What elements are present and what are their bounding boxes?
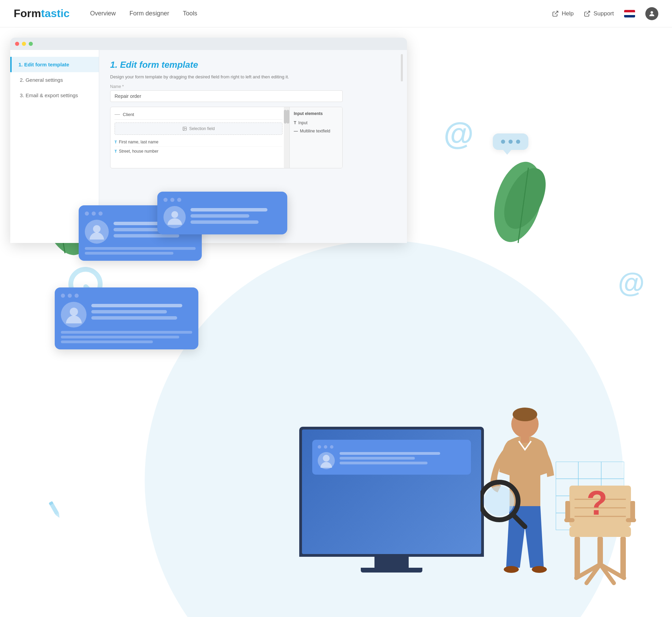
monitor-card-dots (318, 445, 465, 449)
external-link-icon (552, 10, 559, 17)
svg-point-11 (171, 211, 178, 218)
chat-dot-3 (516, 140, 520, 144)
help-button[interactable]: Help (552, 10, 574, 17)
chat-dots (501, 140, 520, 144)
card-3 (55, 287, 198, 349)
input-icon-2: — (294, 129, 298, 133)
c3-extra-3 (61, 340, 153, 343)
person-svg (480, 403, 556, 581)
c2-dot-1 (163, 198, 168, 202)
sidebar-item-email[interactable]: 3. Email & export settings (10, 88, 99, 103)
chat-bubble-tail (503, 150, 511, 155)
browser-max (29, 42, 33, 46)
nav-form-designer[interactable]: Form designer (130, 10, 169, 17)
sidebar-item-edit-form[interactable]: 1. Edit form template (10, 57, 99, 72)
monitor-card-inner (312, 440, 471, 475)
c3-dot-3 (75, 294, 79, 298)
c1-line-3 (114, 234, 179, 237)
field-label-2: Street, house number (119, 149, 158, 154)
card-2-dots (163, 198, 281, 202)
m-dot-1 (318, 445, 321, 449)
language-flag[interactable] (624, 10, 635, 17)
support-button[interactable]: Support (584, 10, 614, 17)
browser-min (22, 42, 26, 46)
m-line-2 (340, 457, 415, 460)
c1-extra-1 (85, 247, 196, 250)
card-3-content (61, 302, 192, 327)
svg-point-10 (93, 225, 101, 233)
c2-dot-2 (170, 198, 174, 202)
c3-dot-1 (61, 294, 65, 298)
m-line-1 (340, 452, 440, 455)
field-type-1: T (115, 140, 117, 144)
name-field-group: Name * Repair order (110, 84, 396, 102)
m-line-3 (340, 462, 428, 464)
support-label: Support (593, 10, 614, 17)
card-3-avatar-icon (64, 305, 84, 325)
svg-rect-25 (597, 537, 603, 564)
nav-tools[interactable]: Tools (183, 10, 197, 17)
svg-rect-32 (565, 501, 570, 522)
logo[interactable]: Formtastic (14, 7, 70, 20)
c1-dot-1 (85, 211, 89, 216)
c3-extra-1 (61, 331, 192, 334)
c2-dot-3 (177, 198, 181, 202)
input-item-2[interactable]: — Multiline textfield (294, 127, 338, 135)
c3-line-2 (91, 310, 167, 313)
card-1-avatar-icon (88, 222, 106, 241)
selection-field-icon (182, 126, 187, 131)
card-3-extra-lines (61, 331, 192, 343)
scrollbar-thumb[interactable] (284, 110, 287, 124)
m-dot-2 (324, 445, 327, 449)
m-dot-3 (330, 445, 333, 449)
logo-tastic: tastic (41, 7, 70, 20)
field-type-2: T (115, 149, 117, 153)
card-1-extra-lines (85, 247, 196, 255)
form-builder: — Client Selection field T (110, 107, 343, 168)
drop-zone[interactable]: Selection field (115, 123, 282, 135)
svg-point-0 (650, 11, 653, 13)
nav-overview[interactable]: Overview (90, 10, 116, 17)
svg-rect-24 (620, 537, 626, 578)
svg-point-12 (70, 308, 78, 316)
nav-right: Help Support (552, 7, 658, 20)
c2-line-3 (190, 220, 259, 224)
card-3-dots (61, 294, 192, 298)
chat-dot-1 (501, 140, 505, 144)
c1-extra-2 (85, 252, 173, 255)
c3-extra-2 (61, 336, 179, 338)
input-label-1: Input (298, 120, 307, 125)
name-input[interactable]: Repair order (110, 90, 343, 102)
field-row-2: T Street, house number (115, 147, 282, 156)
svg-point-16 (504, 566, 519, 573)
user-avatar[interactable] (645, 7, 658, 20)
card-2-content (163, 206, 281, 228)
monitor-avatar-icon (318, 452, 335, 469)
c2-line-1 (190, 208, 267, 211)
chair-svg: ? (556, 451, 645, 588)
scrollbar-track[interactable] (284, 107, 287, 168)
svg-point-8 (184, 128, 184, 128)
at-symbol-2: @ (618, 267, 645, 298)
c3-line-3 (91, 316, 177, 320)
monitor-stand (374, 557, 409, 568)
card-3-lines (91, 302, 192, 327)
card-2-avatar-icon (166, 208, 184, 226)
name-label: Name * (110, 84, 396, 89)
section-header: — Client (115, 111, 282, 120)
monitor-screen (299, 427, 484, 557)
main-scrollbar[interactable] (287, 107, 289, 168)
leaf-right (484, 147, 552, 251)
svg-rect-23 (575, 537, 580, 578)
person-illustration (480, 403, 556, 583)
drop-zone-label: Selection field (189, 126, 215, 131)
at-symbol-1: @ (444, 116, 474, 152)
input-item-1[interactable]: T Input (294, 119, 338, 127)
chat-bubble (493, 133, 528, 150)
card-2 (157, 192, 287, 234)
card-2-lines (190, 206, 281, 228)
monitor-display (302, 429, 481, 554)
main-scrollbar-thumb[interactable] (287, 110, 289, 124)
sidebar-item-general[interactable]: 2. General settings (10, 72, 99, 88)
monitor-base (361, 568, 422, 573)
